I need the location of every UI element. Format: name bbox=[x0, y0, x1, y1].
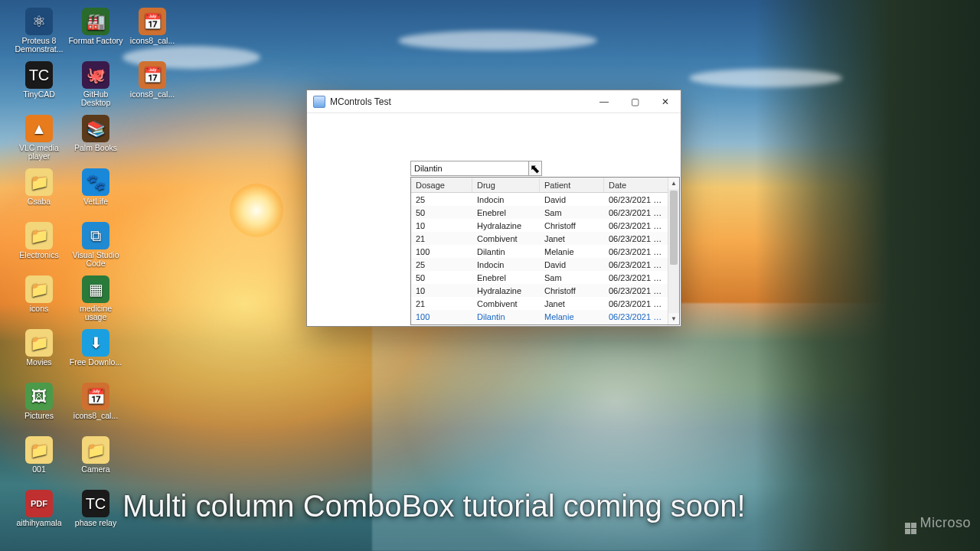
desktop-icon-grid: ⚛Proteus 8 Demonstrat...🏭Format Factory📅… bbox=[11, 5, 181, 540]
cell: 100 bbox=[411, 312, 472, 321]
desktop-icon-icons8-cal-3[interactable]: 📅icons8_cal... bbox=[67, 380, 124, 433]
dropdown-body[interactable]: 25IndocinDavid06/23/2021 11:48 AM50Enebr… bbox=[411, 193, 668, 324]
cell: 50 bbox=[411, 273, 472, 282]
dropdown-header-row[interactable]: DosageDrugPatientDate bbox=[411, 178, 668, 193]
tinycad-icon: TC bbox=[25, 61, 53, 89]
cell: 10 bbox=[411, 286, 472, 295]
cell: 21 bbox=[411, 299, 472, 308]
desktop-icon-movies[interactable]: 📁Movies bbox=[11, 326, 67, 380]
icon-label: icons bbox=[30, 305, 49, 313]
desktop-icon-vetlife[interactable]: 🐾VetLife bbox=[67, 165, 124, 219]
sun-glow bbox=[230, 184, 283, 237]
cell: Dilantin bbox=[472, 247, 540, 256]
column-header-dosage[interactable]: Dosage bbox=[411, 178, 472, 192]
cell: Hydralazine bbox=[472, 221, 540, 230]
microsoft-watermark: Microso bbox=[905, 515, 971, 534]
dropdown-row[interactable]: 50EnebrelSam06/23/2021 11:48 AM bbox=[411, 206, 668, 219]
dropdown-row[interactable]: 10HydralazineChristoff06/23/2021 11:48 A… bbox=[411, 219, 668, 232]
icon-label: Pictures bbox=[24, 412, 54, 420]
icon-label: Palm Books bbox=[74, 144, 117, 152]
icon-label: Electronics bbox=[19, 251, 58, 259]
icons8-cal-3-icon: 📅 bbox=[82, 383, 109, 410]
pictures-icon: 🖼 bbox=[25, 383, 53, 410]
desktop-icon-icons-folder[interactable]: 📁icons bbox=[11, 272, 67, 326]
titlebar[interactable]: MControls Test — ▢ ✕ bbox=[307, 90, 681, 113]
cell: 06/23/2021 11:48 AM bbox=[604, 195, 668, 204]
desktop-icon-pictures[interactable]: 🖼Pictures bbox=[11, 380, 67, 433]
cell: 06/23/2021 11:48 AM bbox=[604, 286, 668, 295]
icon-label: phase relay bbox=[75, 519, 116, 527]
desktop-icon-tinycad[interactable]: TCTinyCAD bbox=[11, 58, 67, 112]
cell: Christoff bbox=[540, 286, 604, 295]
scroll-thumb[interactable] bbox=[670, 191, 678, 265]
desktop-icon-phase-relay[interactable]: TCphase relay bbox=[67, 487, 124, 540]
medicine-usage-icon: ▦ bbox=[82, 276, 109, 303]
dropdown-row[interactable]: 25IndocinDavid06/23/2021 11:48 AM bbox=[411, 323, 668, 324]
dropdown-row[interactable]: 50EnebrelSam06/23/2021 11:48 AM bbox=[411, 271, 668, 284]
vscode-icon: ⧉ bbox=[82, 222, 109, 249]
scroll-down-button[interactable]: ▼ bbox=[668, 313, 679, 324]
chevron-down-icon: ▾ bbox=[534, 165, 537, 172]
combobox-input[interactable] bbox=[411, 161, 528, 175]
combobox-drop-button[interactable]: ▾ bbox=[528, 161, 541, 175]
cell: 50 bbox=[411, 208, 472, 217]
icon-label: Movies bbox=[26, 358, 51, 367]
dropdown-row[interactable]: 25IndocinDavid06/23/2021 11:48 AM bbox=[411, 258, 668, 271]
dropdown-row[interactable]: 100DilantinMelanie06/23/2021 11:48 AM bbox=[411, 245, 668, 258]
desktop-icon-vlc[interactable]: ▲VLC media player bbox=[11, 112, 67, 165]
combobox[interactable]: ▾ ⬉ bbox=[410, 161, 542, 176]
cell: 06/23/2021 11:48 AM bbox=[604, 208, 668, 217]
desktop-icon-electronics[interactable]: 📁Electronics bbox=[11, 219, 67, 272]
icon-label: VetLife bbox=[83, 197, 108, 206]
column-header-drug[interactable]: Drug bbox=[472, 178, 540, 192]
desktop-icon-vscode[interactable]: ⧉Visual Studio Code bbox=[67, 219, 124, 272]
dropdown-row[interactable]: 25IndocinDavid06/23/2021 11:48 AM bbox=[411, 193, 668, 206]
desktop-icon-free-download[interactable]: ⬇Free Downlo... bbox=[67, 326, 124, 380]
column-header-date[interactable]: Date bbox=[604, 178, 668, 192]
desktop-icon-proteus[interactable]: ⚛Proteus 8 Demonstrat... bbox=[11, 5, 67, 58]
aithihyamala-icon: PDF bbox=[25, 490, 53, 517]
cell: Sam bbox=[540, 273, 604, 282]
cell: Combivent bbox=[472, 234, 540, 243]
desktop-icon-icons8-cal-1[interactable]: 📅icons8_cal... bbox=[124, 5, 181, 58]
icon-label: Csaba bbox=[28, 197, 51, 206]
window-title: MControls Test bbox=[330, 96, 589, 107]
icon-label: Camera bbox=[81, 465, 109, 474]
scroll-track[interactable] bbox=[668, 189, 679, 313]
desktop-icon-github-desktop[interactable]: 🐙GitHub Desktop bbox=[67, 58, 124, 112]
cell: 06/23/2021 11:48 AM bbox=[604, 312, 668, 321]
scroll-up-button[interactable]: ▲ bbox=[668, 178, 679, 189]
cell: 21 bbox=[411, 234, 472, 243]
desktop-icon-001[interactable]: 📁001 bbox=[11, 433, 67, 487]
maximize-button[interactable]: ▢ bbox=[619, 90, 650, 112]
github-desktop-icon: 🐙 bbox=[82, 61, 109, 89]
desktop-icon-aithihyamala[interactable]: PDFaithihyamala bbox=[11, 487, 67, 540]
icon-label: 001 bbox=[32, 465, 46, 474]
column-header-patient[interactable]: Patient bbox=[540, 178, 604, 192]
icon-label: Proteus 8 Demonstrat... bbox=[11, 37, 67, 54]
dropdown-row[interactable]: 100DilantinMelanie06/23/2021 11:48 AM bbox=[411, 310, 668, 323]
phase-relay-icon: TC bbox=[82, 490, 109, 517]
icon-label: VLC media player bbox=[11, 144, 67, 161]
icon-label: TinyCAD bbox=[23, 90, 55, 99]
proteus-icon: ⚛ bbox=[25, 8, 53, 35]
dropdown-row[interactable]: 21CombiventJanet06/23/2021 11:48 AM bbox=[411, 232, 668, 245]
cell: Combivent bbox=[472, 299, 540, 308]
close-button[interactable]: ✕ bbox=[650, 90, 681, 112]
dropdown-scrollbar[interactable]: ▲ ▼ bbox=[668, 178, 679, 324]
vetlife-icon: 🐾 bbox=[82, 168, 109, 196]
video-caption: Multi column ComboBox tutorial coming so… bbox=[122, 489, 746, 523]
cell: 06/23/2021 11:48 AM bbox=[604, 247, 668, 256]
dropdown-row[interactable]: 21CombiventJanet06/23/2021 11:48 AM bbox=[411, 297, 668, 310]
desktop-icon-format-factory[interactable]: 🏭Format Factory bbox=[67, 5, 124, 58]
desktop-icon-palm-books[interactable]: 📚Palm Books bbox=[67, 112, 124, 165]
icon-label: Visual Studio Code bbox=[68, 251, 123, 268]
desktop-icon-camera[interactable]: 📁Camera bbox=[67, 433, 124, 487]
minimize-button[interactable]: — bbox=[589, 90, 619, 112]
cell: Enebrel bbox=[472, 273, 540, 282]
dropdown-row[interactable]: 10HydralazineChristoff06/23/2021 11:48 A… bbox=[411, 284, 668, 297]
movies-icon: 📁 bbox=[25, 329, 53, 357]
desktop-icon-medicine-usage[interactable]: ▦medicine usage bbox=[67, 272, 124, 326]
desktop-icon-icons8-cal-2[interactable]: 📅icons8_cal... bbox=[124, 58, 181, 112]
desktop-icon-csaba[interactable]: 📁Csaba bbox=[11, 165, 67, 219]
